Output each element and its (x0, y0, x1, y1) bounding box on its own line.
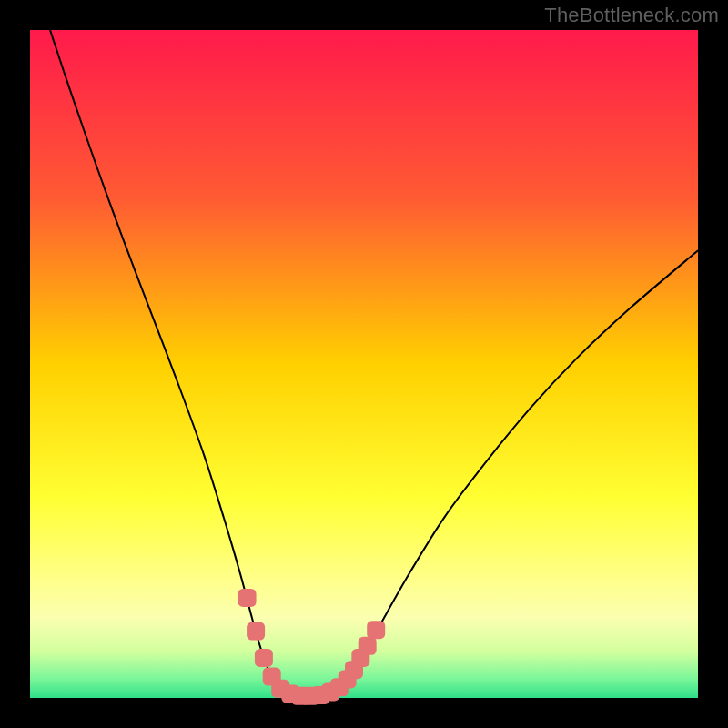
marker-dot (238, 589, 257, 607)
marker-dot (247, 622, 265, 641)
marker-dot (359, 637, 377, 655)
marker-dot (255, 649, 273, 667)
bottleneck-chart (0, 0, 728, 728)
marker-dot (367, 621, 385, 639)
plot-gradient (30, 30, 698, 698)
watermark-text: TheBottleneck.com (544, 4, 719, 27)
